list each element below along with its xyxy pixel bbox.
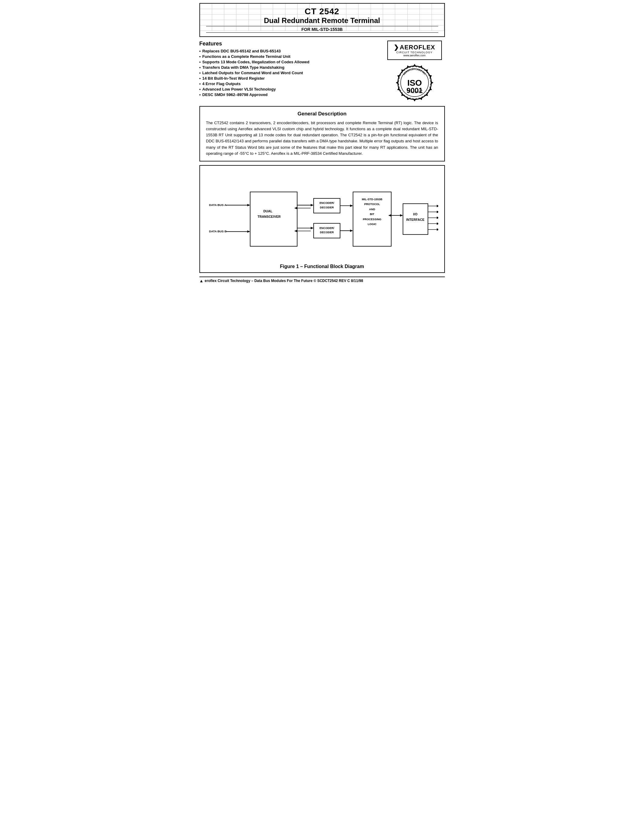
header-title-sub: Dual Redundant Remote Terminal [206,16,438,25]
aeroflex-logo-box: ❯ AEROFLEX CIRCUIT TECHNOLOGY www.aerofl… [387,40,442,60]
svg-marker-58 [437,228,438,231]
and-label: AND [369,208,375,211]
svg-marker-35 [311,227,314,229]
footer-text: eroflex Circuit Technology – Data Bus Mo… [204,279,363,283]
feature-item: Supports 13 Mode Codes, Illegalization o… [200,60,378,64]
logic-label: LOGIC [368,223,377,226]
footer-logo-triangle: ▲ [200,278,204,283]
svg-marker-37 [294,230,297,232]
iso-badge-svg: ISO 9001 AEROFLEX LABS INC. C E R T I F … [395,63,434,102]
feature-item: 14 Bit Built-In-Test Word Register [200,76,378,80]
svg-rect-27 [250,192,297,246]
aeroflex-name: AEROFLEX [400,44,435,51]
footer-text-content: eroflex Circuit Technology – Data Bus Mo… [204,279,363,283]
svg-marker-50 [437,205,438,207]
svg-marker-47 [388,214,391,217]
general-desc-section: General Description The CT2542 contains … [200,106,445,161]
data-bus-b-label: DATA BUS B [209,230,226,233]
features-title: Features [200,40,378,47]
feature-item: Transfers Data with DMA Type Handshaking [200,65,378,70]
block-diagram-section: DATA BUS A DATA BUS B DUAL TRANSCEIVER [200,165,445,273]
svg-marker-24 [247,204,250,206]
features-logo-section: Features Replaces DDC BUS-65142 and BUS-… [200,40,445,102]
feature-item: 4 Error Flag Outputs [200,82,378,86]
block-diagram-svg: DATA BUS A DATA BUS B DUAL TRANSCEIVER [206,173,438,261]
aeroflex-logo-url: www.aeroflex.com [391,54,438,57]
transceiver-label: TRANSCEIVER [257,215,281,219]
interface-label: INTERFACE [406,217,424,221]
header-section: // Generate grid cells via script below … [200,3,445,37]
aeroflex-logo-sub: CIRCUIT TECHNOLOGY [391,51,438,54]
general-desc-title: General Description [206,111,438,117]
svg-marker-26 [247,230,250,233]
features-section: Features Replaces DDC BUS-65142 and BUS-… [200,40,378,102]
processing-label: PROCESSING [363,218,381,221]
svg-marker-31 [294,207,297,209]
data-bus-a-label: DATA BUS A [209,203,226,207]
svg-marker-29 [311,204,314,206]
feature-item: Functions as a Complete Remote Terminal … [200,54,378,59]
general-desc-text: The CT2542 contains 2 transceivers, 2 en… [206,120,438,157]
feature-item: Advanced Low Power VLSI Technology [200,87,378,92]
feature-item: DESC SMD# 5962–89798 Approved [200,92,378,97]
feature-item: Replaces DDC BUS-65142 and BUS-65143 [200,49,378,53]
header-title-for: FOR MIL-STD-1553B [206,26,438,33]
dual-label: DUAL [263,209,272,213]
feature-item: Latched Outputs for Command Word and Wor… [200,71,378,75]
svg-marker-56 [437,222,438,225]
mil-std-label: MIL-STD-1553B [362,198,382,201]
encoder-decoder-1-label: ENCODER/ [319,201,334,204]
bit-label: BIT [370,213,374,215]
features-list: Replaces DDC BUS-65142 and BUS-65143Func… [200,49,378,97]
header-content: CT 2542 Dual Redundant Remote Terminal F… [200,4,444,36]
svg-marker-43 [350,230,353,232]
svg-marker-54 [437,217,438,219]
aeroflex-chevron: ❯ [394,43,399,51]
svg-text:DECODER: DECODER [320,231,334,234]
svg-marker-46 [400,214,403,217]
iso-badge: ISO 9001 AEROFLEX LABS INC. C E R T I F … [395,63,434,102]
logo-section: ❯ AEROFLEX CIRCUIT TECHNOLOGY www.aerofl… [384,40,445,102]
io-label: I/O [413,212,417,216]
block-diagram-container: DATA BUS A DATA BUS B DUAL TRANSCEIVER [206,173,438,261]
svg-marker-52 [437,211,438,213]
aeroflex-logo-text: ❯ AEROFLEX [391,43,438,51]
encoder-decoder-2-label: ENCODER/ [319,227,334,230]
svg-text:DECODER: DECODER [320,206,334,209]
header-title-main: CT 2542 [206,6,438,16]
page-footer: ▲ eroflex Circuit Technology – Data Bus … [200,277,445,283]
svg-marker-41 [350,204,353,207]
block-diagram-title: Figure 1 – Functional Block Diagram [206,264,438,269]
protocol-label: PROTOCOL [364,203,380,206]
